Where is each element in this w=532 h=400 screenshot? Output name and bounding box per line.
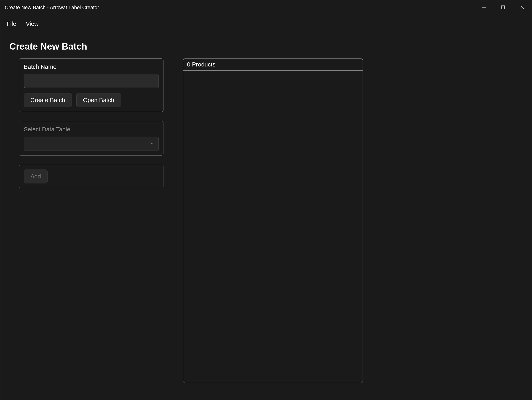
menu-file[interactable]: File	[5, 18, 18, 30]
menu-view[interactable]: View	[25, 18, 40, 30]
open-batch-button[interactable]: Open Batch	[76, 93, 121, 107]
svg-rect-1	[501, 6, 505, 9]
add-button[interactable]: Add	[24, 169, 48, 183]
content-area: Create New Batch Batch Name Create Batch…	[0, 33, 532, 400]
menubar: File View	[0, 15, 532, 33]
add-panel: Add	[19, 165, 164, 188]
window-title: Create New Batch - Arrowat Label Creator	[5, 5, 99, 11]
minimize-icon	[481, 5, 486, 10]
app-window: Create New Batch - Arrowat Label Creator…	[0, 0, 532, 400]
products-panel: 0 Products	[183, 58, 363, 383]
batch-name-label: Batch Name	[24, 63, 159, 70]
create-batch-button[interactable]: Create Batch	[24, 93, 72, 107]
page-title: Create New Batch	[9, 41, 523, 52]
right-column: 0 Products	[183, 58, 363, 383]
products-count-label: 0 Products	[183, 59, 363, 71]
batch-button-row: Create Batch Open Batch	[24, 93, 159, 107]
maximize-button[interactable]	[493, 0, 513, 15]
minimize-button[interactable]	[474, 0, 493, 15]
close-icon	[520, 5, 525, 10]
titlebar: Create New Batch - Arrowat Label Creator	[0, 0, 532, 15]
batch-name-input[interactable]	[24, 74, 159, 88]
left-column: Batch Name Create Batch Open Batch Selec…	[19, 58, 164, 383]
data-table-select[interactable]	[24, 137, 159, 151]
chevron-down-icon	[149, 141, 154, 147]
data-table-panel: Select Data Table	[19, 121, 164, 156]
titlebar-controls	[474, 0, 532, 15]
batch-name-panel: Batch Name Create Batch Open Batch	[19, 58, 164, 112]
maximize-icon	[501, 5, 505, 10]
main-layout: Batch Name Create Batch Open Batch Selec…	[9, 58, 523, 383]
data-table-label: Select Data Table	[24, 126, 159, 133]
products-list	[183, 71, 363, 383]
close-button[interactable]	[513, 0, 532, 15]
